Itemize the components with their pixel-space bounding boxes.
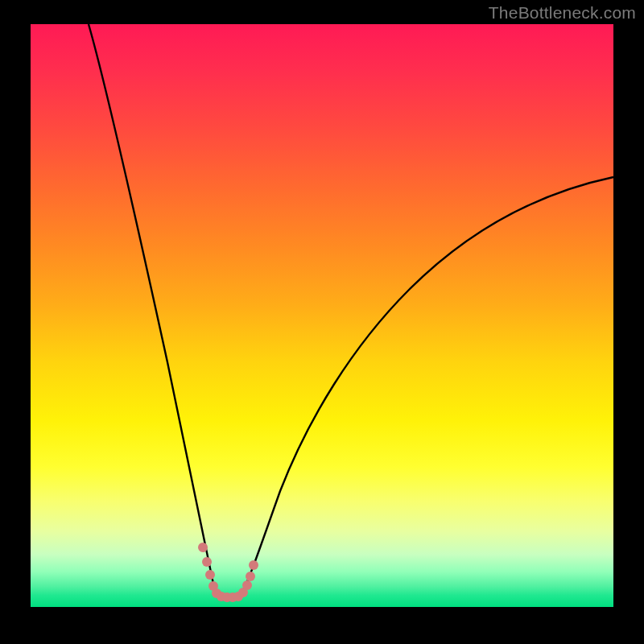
bottleneck-curve-svg (31, 24, 613, 607)
svg-point-11 (246, 572, 255, 581)
svg-point-10 (242, 580, 252, 590)
svg-point-0 (198, 543, 208, 552)
watermark-text: TheBottleneck.com (489, 3, 636, 23)
svg-point-12 (249, 560, 258, 570)
curve-left-branch (89, 24, 217, 597)
chart-frame: TheBottleneck.com (0, 0, 644, 644)
svg-point-1 (202, 557, 212, 567)
svg-point-2 (205, 570, 215, 580)
plot-area (31, 24, 613, 607)
curve-right-branch (240, 177, 613, 597)
